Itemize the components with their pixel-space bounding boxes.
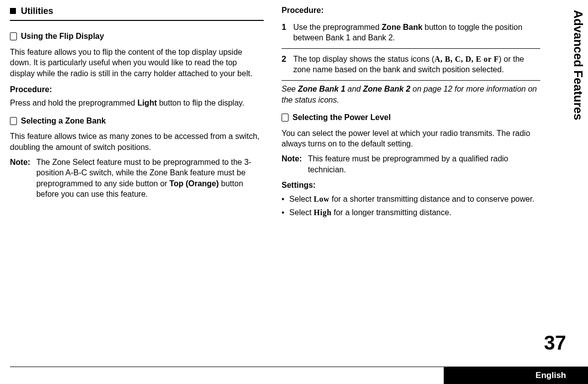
low-bold: Low: [314, 195, 330, 203]
low-post: for a shorter transmitting distance and …: [329, 195, 534, 203]
low-pre: Select: [290, 195, 314, 203]
section-title-utilities: Utilities: [10, 5, 264, 17]
step-2: 2 The top display shows the status icons…: [282, 51, 540, 81]
note-bold: Top (Orange): [170, 179, 219, 188]
setting-low-text: Select Low for a shorter transmitting di…: [290, 194, 534, 205]
flip-pre: Press and hold the preprogrammed: [10, 99, 137, 107]
bullet-icon: [282, 207, 285, 218]
note-text: This feature must be preprogrammed by a …: [308, 153, 540, 175]
page: Utilities Using the Flip Display This fe…: [0, 0, 588, 384]
subtitle-power-level-text: Selecting the Power Level: [293, 112, 391, 123]
section-underline: [10, 20, 264, 21]
section-title-text: Utilities: [21, 5, 53, 17]
step1-bold: Zone Bank: [382, 23, 422, 31]
document-icon: [282, 114, 289, 122]
see-pre: See: [282, 85, 298, 93]
side-title-wrap: Advanced Features: [570, 10, 585, 209]
square-bullet-icon: [10, 8, 16, 14]
flip-display-body: This feature allows you to flip the cont…: [10, 47, 264, 79]
note-text: The Zone Select feature must to be prepr…: [36, 157, 264, 200]
step1-pre: Use the preprogrammed: [293, 23, 382, 31]
procedure-label-flip: Procedure:: [10, 84, 264, 95]
step-1-text: Use the preprogrammed Zone Bank button t…: [293, 22, 540, 43]
note-label: Note:: [10, 157, 30, 200]
power-level-note: Note: This feature must be preprogrammed…: [282, 153, 540, 175]
zone-bank-body: This feature allows twice as many zones …: [10, 131, 264, 152]
flip-bold: Light: [137, 99, 157, 107]
step2-pre: The top display shows the status icons (: [293, 55, 434, 63]
setting-low: Select Low for a shorter transmitting di…: [282, 194, 540, 205]
setting-high: Select High for a longer transmitting di…: [282, 207, 540, 218]
high-bold: High: [314, 208, 332, 217]
procedure-label-right: Procedure:: [282, 5, 540, 16]
subtitle-flip-display-text: Using the Flip Display: [21, 31, 104, 42]
note-label: Note:: [282, 153, 302, 175]
flip-post: button to flip the display.: [157, 99, 244, 107]
step-1: 1 Use the preprogrammed Zone Bank button…: [282, 19, 540, 49]
left-column: Utilities Using the Flip Display This fe…: [10, 5, 264, 221]
language-tab: English: [444, 367, 588, 384]
see-b1: Zone Bank 1: [298, 85, 345, 93]
step-2-text: The top display shows the status icons (…: [293, 54, 540, 75]
content-columns: Utilities Using the Flip Display This fe…: [10, 5, 568, 221]
document-icon: [10, 117, 17, 125]
bullet-icon: [282, 194, 285, 205]
step-2-number: 2: [282, 54, 286, 75]
see-b2: Zone Bank 2: [363, 85, 410, 93]
side-title: Advanced Features: [571, 10, 585, 120]
steps-list: 1 Use the preprogrammed Zone Bank button…: [282, 19, 540, 81]
subtitle-flip-display: Using the Flip Display: [10, 31, 264, 42]
high-pre: Select: [290, 208, 314, 217]
see-mid: and: [345, 85, 363, 93]
document-icon: [10, 32, 17, 40]
right-column: Procedure: 1 Use the preprogrammed Zone …: [282, 5, 540, 221]
subtitle-zone-bank: Selecting a Zone Bank: [10, 116, 264, 127]
page-number: 37: [544, 332, 567, 354]
subtitle-power-level: Selecting the Power Level: [282, 112, 540, 123]
setting-high-text: Select High for a longer transmitting di…: [290, 207, 452, 218]
zone-bank-note: Note: The Zone Select feature must to be…: [10, 157, 264, 200]
flip-display-procedure: Press and hold the preprogrammed Light b…: [10, 98, 264, 109]
language-label: English: [536, 371, 566, 381]
power-level-body: You can select the power level at which …: [282, 128, 540, 149]
settings-label: Settings:: [282, 180, 540, 191]
high-post: for a longer transmitting distance.: [331, 208, 451, 217]
step-1-number: 1: [282, 22, 286, 43]
settings-list: Select Low for a shorter transmitting di…: [282, 194, 540, 218]
subtitle-zone-bank-text: Selecting a Zone Bank: [21, 116, 106, 127]
step2-icons: A, B, C, D, E or F: [434, 55, 499, 63]
see-line: See Zone Bank 1 and Zone Bank 2 on page …: [282, 84, 540, 105]
